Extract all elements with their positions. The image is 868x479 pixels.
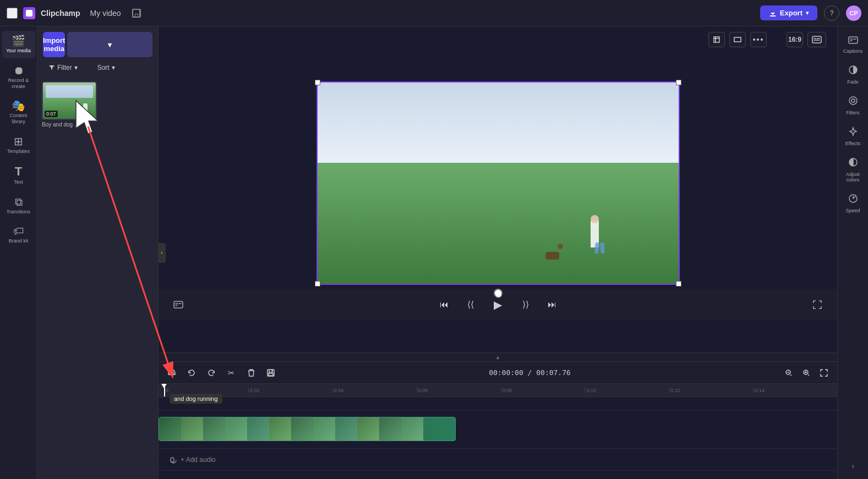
skip-forward-icon: ⟩⟩ <box>522 299 529 310</box>
track-content: and dog running ⬛ <box>159 410 837 448</box>
ruler-mark: 0:10 <box>585 388 669 393</box>
corner-handle-br[interactable] <box>676 281 681 287</box>
clip-tooltip: and dog running <box>170 394 222 404</box>
sidebar-item-content-library[interactable]: 🎭 Content library <box>2 96 35 129</box>
media-panel-header: Import media ▾ Filter ▾ Sort ▾ <box>37 26 158 77</box>
timeline-collapse-handle[interactable]: ▲ <box>159 353 837 362</box>
import-media-button[interactable]: Import media <box>43 32 65 57</box>
import-dropdown-button[interactable]: ▾ <box>67 32 152 57</box>
captions-button[interactable] <box>807 32 826 47</box>
video-clip[interactable]: ⬛ <box>159 417 456 441</box>
sidebar-label-record-create: Record &create <box>8 78 29 90</box>
add-audio-button[interactable]: + Add audio <box>170 456 216 464</box>
export-button[interactable]: Export ▾ <box>760 5 817 20</box>
menu-button[interactable] <box>7 8 18 19</box>
video-dog-body <box>545 252 559 260</box>
timeline-tracks: 0 0:02 0:04 0:06 0:08 0:10 0:12 0:14 <box>159 384 837 479</box>
effects-icon <box>848 126 858 139</box>
svg-rect-5 <box>269 373 273 376</box>
captions-icon <box>848 35 858 47</box>
sidebar-item-captions[interactable]: Captions <box>840 31 866 58</box>
sidebar-item-filters[interactable]: Filters <box>840 91 866 120</box>
corner-handle-tl[interactable] <box>315 80 320 85</box>
undo-button[interactable] <box>184 365 199 381</box>
video-title[interactable]: My video <box>86 7 125 20</box>
ruler-mark: 0:06 <box>417 388 501 393</box>
sidebar-item-fade[interactable]: Fade <box>840 60 866 89</box>
speed-label: Speed <box>845 208 860 213</box>
magnet-tool-button[interactable] <box>164 365 179 381</box>
filter-button[interactable]: Filter ▾ <box>45 62 81 74</box>
avatar[interactable]: CP <box>846 5 861 21</box>
svg-rect-8 <box>849 37 858 43</box>
sidebar-item-transitions[interactable]: ⧉ Transitions <box>2 192 35 219</box>
sidebar-item-templates[interactable]: ⊞ Templates <box>2 131 35 159</box>
svg-rect-1 <box>734 37 741 42</box>
clip-frame <box>203 417 225 441</box>
svg-rect-3 <box>174 301 183 308</box>
corner-handle-tr[interactable] <box>676 80 681 85</box>
skip-start-button[interactable]: ⏮ <box>435 296 453 313</box>
aspect-ratio-button[interactable]: 16:9 <box>787 32 803 47</box>
zoom-out-button[interactable] <box>781 365 796 381</box>
ruler-mark: 0:14 <box>753 388 837 393</box>
media-thumbnail[interactable]: 0:07 <box>42 81 97 120</box>
timeline-ruler: 0 0:02 0:04 0:06 0:08 0:10 0:12 0:14 <box>159 384 837 397</box>
help-button[interactable]: ? <box>824 5 839 21</box>
subtitle-toggle-button[interactable] <box>170 296 187 313</box>
sidebar-item-text[interactable]: T Text <box>2 161 35 190</box>
ruler-mark: 0 <box>164 388 248 393</box>
zoom-fit-button[interactable] <box>816 365 832 381</box>
skip-end-icon: ⏭ <box>548 300 556 310</box>
skip-back-icon: ⟨⟨ <box>467 299 474 310</box>
center-area: ••• 16:9 <box>159 26 837 479</box>
main-layout: 🎬 Your media ⏺ Record &create 🎭 Content … <box>0 26 868 479</box>
fade-icon <box>848 65 858 78</box>
corner-handle-bl[interactable] <box>315 281 320 287</box>
svg-point-11 <box>851 99 855 102</box>
left-sidebar: 🎬 Your media ⏺ Record &create 🎭 Content … <box>0 26 37 479</box>
video-canvas[interactable]: ↻ <box>316 81 680 285</box>
fullscreen-button[interactable] <box>809 296 826 313</box>
cut-button[interactable]: ✂ <box>223 365 239 381</box>
sidebar-item-adjust-colors[interactable]: Adjustcolors <box>840 153 866 187</box>
playhead[interactable] <box>164 384 165 397</box>
sidebar-item-your-media[interactable]: 🎬 Your media <box>2 31 35 58</box>
skip-end-button[interactable]: ⏭ <box>543 296 561 313</box>
ruler-mark: 0:02 <box>248 388 332 393</box>
sidebar-label-brand: Brand kit <box>9 238 29 244</box>
rotate-handle[interactable]: ↻ <box>494 289 503 298</box>
ruler-marks: 0 0:02 0:04 0:06 0:08 0:10 0:12 0:14 <box>164 388 837 393</box>
clip-frame <box>291 417 313 441</box>
clip-frame <box>313 417 335 441</box>
your-media-icon: 🎬 <box>12 35 25 46</box>
sort-button[interactable]: Sort ▾ <box>85 62 118 74</box>
fade-label: Fade <box>847 79 859 85</box>
sidebar-item-record-create[interactable]: ⏺ Record &create <box>2 60 35 94</box>
redo-button[interactable] <box>204 365 219 381</box>
add-audio-track[interactable]: + Add audio <box>159 449 837 471</box>
sidebar-label-your-media: Your media <box>6 48 31 54</box>
svg-rect-0 <box>714 37 719 42</box>
collapse-panel-button[interactable]: ‹ <box>158 243 166 263</box>
play-icon: ▶ <box>494 298 502 311</box>
delete-button[interactable] <box>243 365 259 381</box>
save-frame-button[interactable] <box>263 365 279 381</box>
more-options-button[interactable]: ••• <box>750 32 767 47</box>
video-frame <box>318 82 679 284</box>
timeline-body: 0 0:02 0:04 0:06 0:08 0:10 0:12 0:14 <box>159 384 837 479</box>
sidebar-item-speed[interactable]: Speed <box>840 189 866 218</box>
crop-button[interactable] <box>708 32 725 47</box>
resize-button[interactable] <box>729 32 746 47</box>
clip-frame <box>357 417 379 441</box>
adjust-colors-label: Adjustcolors <box>846 172 860 183</box>
skip-back-button[interactable]: ⟨⟨ <box>462 296 479 313</box>
media-item-label: Boy and dog ... <box>42 122 97 128</box>
sidebar-item-brand[interactable]: 🏷 Brand kit <box>2 221 35 249</box>
right-sidebar-collapse[interactable]: › <box>847 457 859 475</box>
sidebar-item-effects[interactable]: Effects <box>840 122 866 151</box>
list-item[interactable]: 0:07 Boy and dog ... <box>42 81 97 128</box>
zoom-in-button[interactable] <box>799 365 814 381</box>
skip-forward-button[interactable]: ⟩⟩ <box>517 296 534 313</box>
text-icon: T <box>15 166 22 178</box>
